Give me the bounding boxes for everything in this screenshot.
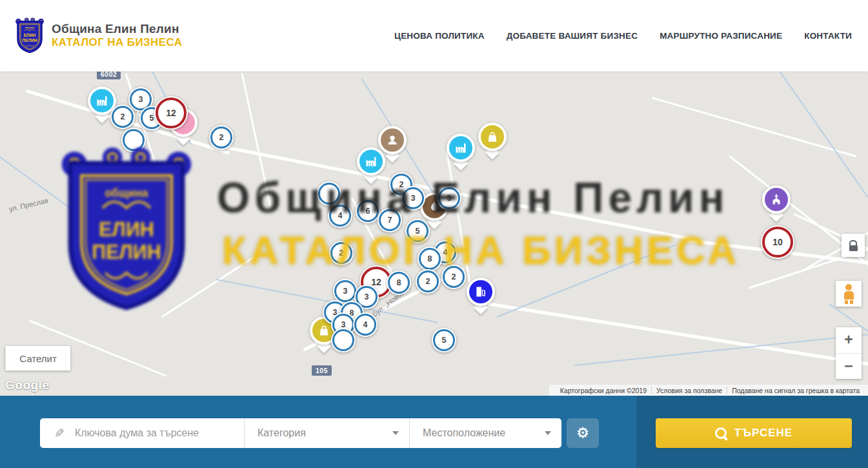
google-logo[interactable]: Google	[5, 378, 49, 392]
municipality-crest-icon: община ЕЛИН ПЕЛИН	[14, 17, 45, 54]
cluster-marker[interactable]: 5	[405, 219, 430, 243]
cluster-marker[interactable]	[331, 328, 356, 352]
pin-marker[interactable]	[446, 134, 476, 170]
chevron-down-icon	[545, 431, 551, 435]
fuel-icon	[469, 280, 492, 303]
zoom-in-button[interactable]: +	[836, 327, 862, 354]
zoom-out-button[interactable]: −	[836, 354, 862, 380]
nav-route-schedule[interactable]: МАРШРУТНО РАЗПИСАНИЕ	[660, 31, 782, 41]
search-button[interactable]: ТЪРСЕНЕ	[656, 418, 852, 448]
street-view-pegman-button[interactable]	[836, 281, 862, 307]
bag-icon	[481, 125, 504, 148]
map-attribution: Картографски данни ©2019 Условия за полз…	[549, 385, 868, 396]
cluster-marker[interactable]: 2	[209, 125, 234, 150]
lock-button[interactable]	[842, 234, 865, 257]
map-data-copyright: Картографски данни ©2019	[556, 387, 651, 394]
church-icon	[765, 188, 788, 211]
nav-add-business[interactable]: ДОБАВЕТЕ ВАШИЯТ БИЗНЕС	[507, 31, 638, 41]
map-type-control: Карта Сателит	[5, 346, 70, 371]
svg-text:ЕЛИН: ЕЛИН	[24, 33, 36, 37]
factory-icon	[90, 89, 114, 112]
advanced-settings-button[interactable]: ⚙	[567, 418, 599, 448]
cluster-marker[interactable]: 4	[328, 203, 352, 228]
header: община ЕЛИН ПЕЛИН Община Елин Пелин КАТА…	[0, 0, 868, 72]
cluster-marker[interactable]: 3	[401, 186, 425, 210]
terms-of-use-link[interactable]: Условия за ползване	[651, 387, 727, 394]
cluster-marker[interactable]: 2	[110, 105, 135, 129]
pin-marker[interactable]	[356, 147, 386, 184]
cluster-marker[interactable]: 2	[441, 265, 466, 289]
search-group: ✎ Категория Местоположение	[40, 418, 561, 448]
lock-icon	[849, 240, 857, 245]
cluster-marker[interactable]: 5	[437, 186, 461, 210]
page: община ЕЛИН ПЕЛИН Община Елин Пелин КАТА…	[0, 0, 868, 468]
keyword-field-wrap: ✎	[40, 418, 244, 448]
factory-icon	[359, 150, 383, 173]
pencil-icon: ✎	[54, 426, 65, 441]
cluster-marker[interactable]: 5	[432, 328, 456, 352]
zoom-control: + −	[836, 327, 862, 379]
cluster-marker[interactable]	[121, 128, 146, 152]
location-select-value: Местоположение	[423, 427, 505, 439]
nav-pricing-policy[interactable]: ЦЕНОВА ПОЛИТИКА	[394, 31, 485, 41]
location-select[interactable]: Местоположение	[409, 418, 561, 448]
site-title: Община Елин Пелин	[52, 22, 182, 36]
nav-contacts[interactable]: КОНТАКТИ	[804, 31, 852, 41]
cluster-marker[interactable]: 10	[761, 225, 794, 259]
pin-marker[interactable]	[478, 123, 507, 159]
svg-text:ПЕЛИН: ПЕЛИН	[22, 38, 37, 43]
search-bar: ✎ Категория Местоположение ⚙ ТЪРСЕНЕ	[0, 396, 868, 468]
search-icon	[715, 427, 727, 439]
pegman-icon	[845, 284, 852, 290]
cluster-marker[interactable]: 6	[356, 199, 380, 223]
category-select[interactable]: Категория	[244, 418, 409, 448]
chevron-down-icon	[392, 431, 399, 435]
cluster-marker[interactable]: 2	[329, 241, 354, 265]
category-select-value: Категория	[257, 427, 306, 439]
cluster-marker[interactable]: 2	[416, 269, 440, 294]
main-nav: ЦЕНОВА ПОЛИТИКА ДОБАВЕТЕ ВАШИЯТ БИЗНЕС М…	[394, 0, 852, 71]
cluster-marker[interactable]: 8	[418, 247, 442, 271]
map-canvas[interactable]: 6002 105 ул. Преславбул. „Новоселция 325…	[0, 71, 868, 396]
satellite-view-button[interactable]: Сателит	[5, 346, 70, 371]
cluster-marker[interactable]: 4	[353, 312, 378, 337]
site-logo[interactable]: община ЕЛИН ПЕЛИН Община Елин Пелин КАТА…	[14, 17, 182, 54]
keyword-search-input[interactable]	[74, 427, 218, 440]
pin-marker[interactable]	[762, 185, 791, 222]
report-map-error-link[interactable]: Подаване на сигнал за грешка в картата	[727, 387, 864, 394]
cluster-marker[interactable]: 7	[378, 208, 402, 232]
map-markers-layer: 325122235467524822128333834510	[0, 71, 868, 396]
factory-icon	[449, 136, 472, 159]
cluster-marker[interactable]	[317, 181, 341, 206]
svg-text:община: община	[25, 26, 35, 29]
cluster-marker[interactable]: 12	[154, 96, 188, 130]
site-subtitle: КАТАЛОГ НА БИЗНЕСА	[52, 36, 182, 49]
gear-icon: ⚙	[576, 425, 589, 442]
cluster-marker[interactable]: 8	[387, 270, 411, 295]
pin-marker[interactable]	[466, 278, 496, 314]
